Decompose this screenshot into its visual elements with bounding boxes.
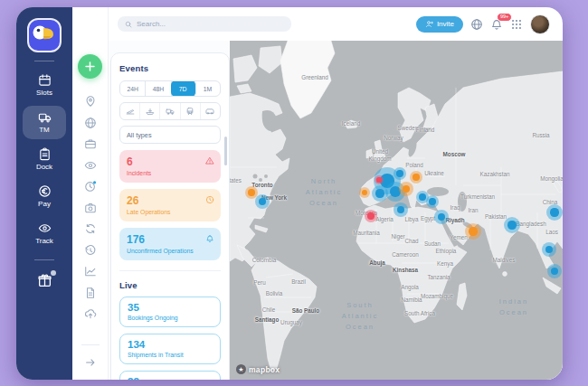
invite-button[interactable]: Invite: [416, 16, 463, 33]
stat-value: 176: [127, 233, 213, 246]
history-icon[interactable]: [84, 244, 97, 257]
timerange-tabs: 24H48H7D1M: [119, 80, 221, 97]
ship-icon: [146, 107, 155, 116]
live-value: 35: [128, 302, 213, 313]
stat-value: 6: [127, 155, 213, 168]
eye-icon: [38, 221, 52, 235]
map-marker-blue[interactable]: [542, 242, 556, 257]
sidebar-item-label: Pay: [38, 200, 51, 208]
globe-icon[interactable]: [84, 117, 97, 129]
rail-icons: [84, 95, 97, 329]
user-avatar[interactable]: [530, 14, 550, 34]
map-marker-blue[interactable]: [394, 167, 406, 180]
arrow-right-icon[interactable]: [84, 356, 97, 369]
sidebar-item-track[interactable]: Track: [23, 217, 66, 250]
stat-card-incidents[interactable]: 6Incidents: [119, 150, 221, 183]
chart-icon[interactable]: [84, 265, 97, 278]
live-value: 134: [128, 339, 213, 350]
apps-grid-icon[interactable]: [510, 18, 523, 31]
live-card-pickups-planned-today[interactable]: 32Pickups Planned Today: [119, 371, 221, 380]
live-value: 32: [128, 376, 213, 380]
plus-icon: [84, 61, 96, 72]
warning-icon: [205, 156, 214, 165]
gift-icon[interactable]: [37, 273, 52, 288]
sidebar-item-label: Track: [35, 237, 53, 245]
map-marker-blue[interactable]: [372, 185, 388, 202]
map-marker-orange[interactable]: [465, 223, 481, 240]
map-marker-orange[interactable]: [399, 182, 413, 196]
transport-mode-filter: [119, 102, 221, 120]
search-input[interactable]: [137, 20, 284, 28]
mapbox-attribution[interactable]: ★ mapbox: [236, 364, 280, 374]
live-card-shipments-in-transit[interactable]: 134Shipments in Transit: [119, 334, 221, 364]
mode-ship-icon[interactable]: [140, 103, 160, 119]
map-marker-blue[interactable]: [394, 202, 408, 217]
map-marker-blue[interactable]: [255, 194, 270, 209]
mode-truck-small-icon[interactable]: [160, 103, 180, 119]
live-card-bookings-ongoing[interactable]: 35Bookings Ongoing: [119, 297, 221, 327]
map-marker-blue[interactable]: [434, 210, 449, 224]
mode-train-icon[interactable]: [181, 103, 201, 119]
sidebar-divider: [34, 61, 54, 61]
clock-icon: [205, 195, 214, 204]
add-button[interactable]: [78, 54, 102, 79]
search-box[interactable]: [118, 16, 291, 32]
sidebar-item-label: Dock: [36, 163, 52, 171]
decorative-frame: SlotsTMDockPayTrack: [0, 0, 588, 386]
stat-card-unconfirmed-operations[interactable]: 176Unconfirmed Operations: [119, 228, 221, 260]
briefcase-icon[interactable]: [84, 137, 97, 150]
primary-sidebar: SlotsTMDockPayTrack: [16, 7, 72, 380]
stat-cards: 6Incidents26Late Operations176Unconfirme…: [119, 150, 221, 260]
clock-dot-icon[interactable]: [84, 180, 97, 193]
tab-24h[interactable]: 24H: [120, 81, 146, 96]
panel-divider: [119, 270, 221, 271]
search-icon: [125, 21, 132, 28]
map-marker-blue[interactable]: [547, 264, 562, 278]
sidebar-item-dock[interactable]: Dock: [23, 143, 66, 176]
app-logo[interactable]: [27, 18, 62, 52]
camera-icon[interactable]: [84, 202, 97, 214]
stat-label: Incidents: [127, 170, 213, 176]
events-title: Events: [119, 63, 221, 73]
cloud-upload-icon[interactable]: [84, 307, 97, 320]
sidebar-item-label: Slots: [36, 89, 52, 97]
map-marker-orange[interactable]: [410, 171, 422, 184]
sidebar-divider: [34, 259, 54, 260]
stat-label: Unconfirmed Operations: [127, 248, 213, 254]
sidebar-item-tm[interactable]: TM: [23, 106, 66, 139]
tab-48h[interactable]: 48H: [146, 81, 171, 96]
sidebar-item-pay[interactable]: Pay: [23, 180, 66, 213]
pin-icon[interactable]: [84, 95, 97, 108]
secondary-rail: [72, 7, 109, 380]
sync-icon[interactable]: [84, 222, 97, 235]
bell-icon[interactable]: 99+: [490, 18, 503, 31]
tab-1m[interactable]: 1M: [195, 81, 220, 96]
mode-plane-icon[interactable]: [120, 103, 140, 119]
stat-card-late-operations[interactable]: 26Late Operations: [119, 189, 221, 221]
globe-icon[interactable]: [470, 18, 483, 31]
panel-scrollbar[interactable]: [224, 137, 227, 165]
mode-van-icon[interactable]: [201, 103, 220, 119]
app-window: SlotsTMDockPayTrack: [16, 7, 563, 380]
map-marker-blue[interactable]: [426, 195, 439, 208]
van-icon: [205, 107, 214, 116]
clipboard-icon: [38, 147, 52, 161]
map-marker-blue[interactable]: [504, 217, 520, 233]
map-marker-orange[interactable]: [359, 187, 370, 198]
document-icon[interactable]: [84, 287, 97, 299]
content: Events 24H48H7D1M All types 6Incidents26…: [109, 41, 563, 380]
plane-icon: [126, 107, 135, 116]
sidebar-nav: SlotsTMDockPayTrack: [23, 69, 66, 254]
type-filter-select[interactable]: All types: [119, 126, 221, 144]
eye-icon[interactable]: [84, 159, 97, 172]
tab-7d[interactable]: 7D: [171, 80, 196, 97]
train-icon: [185, 107, 194, 116]
map-marker-blue[interactable]: [546, 204, 563, 221]
live-title: Live: [119, 280, 221, 290]
live-label: Shipments in Transit: [128, 352, 213, 358]
sidebar-item-slots[interactable]: Slots: [23, 69, 66, 102]
map-marker-red[interactable]: [365, 210, 377, 222]
stat-label: Late Operations: [127, 209, 213, 215]
map[interactable]: GreenlandIcelandNorwaySwedenFinlandUnite…: [230, 41, 563, 380]
map-marker-red[interactable]: [375, 175, 384, 184]
